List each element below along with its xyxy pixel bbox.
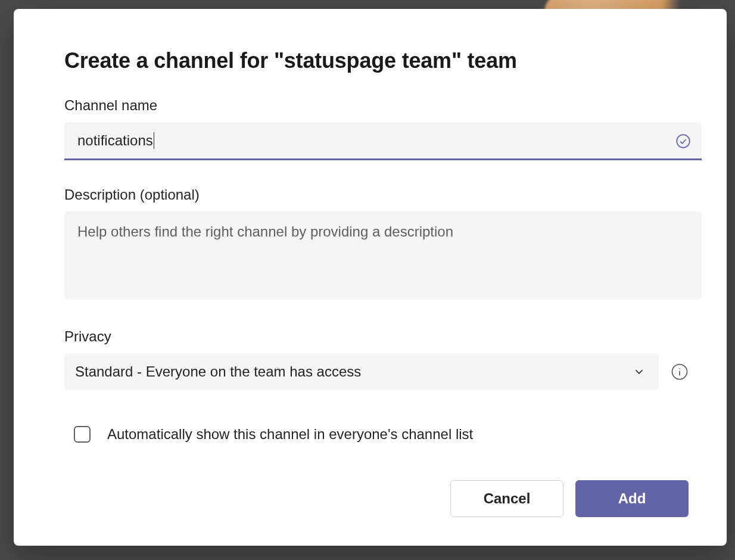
channel-name-value: notifications: [77, 132, 153, 149]
channel-name-field: Channel name notifications: [64, 97, 689, 160]
channel-name-input[interactable]: notifications: [64, 122, 702, 160]
add-button[interactable]: Add: [575, 480, 689, 517]
privacy-field: Privacy Standard - Everyone on the team …: [64, 328, 689, 390]
privacy-select[interactable]: Standard - Everyone on the team has acce…: [64, 353, 659, 390]
svg-point-0: [677, 135, 690, 148]
channel-name-label: Channel name: [64, 97, 689, 114]
auto-show-row: Automatically show this channel in every…: [74, 426, 689, 443]
dialog-title: Create a channel for "statuspage team" t…: [64, 48, 689, 73]
text-caret: [154, 132, 154, 149]
privacy-label: Privacy: [64, 328, 689, 345]
description-field: Description (optional): [64, 186, 689, 302]
checkmark-circle-icon: [675, 133, 691, 149]
svg-point-2: [679, 368, 680, 369]
dialog-footer: Cancel Add: [64, 480, 689, 517]
create-channel-dialog: Create a channel for "statuspage team" t…: [14, 9, 727, 546]
channel-name-input-wrap: notifications: [64, 122, 702, 160]
description-input[interactable]: [64, 211, 702, 300]
auto-show-label[interactable]: Automatically show this channel in every…: [107, 426, 473, 443]
auto-show-checkbox[interactable]: [74, 426, 91, 443]
privacy-row: Standard - Everyone on the team has acce…: [64, 353, 689, 390]
cancel-button[interactable]: Cancel: [450, 480, 563, 517]
description-label: Description (optional): [64, 186, 689, 203]
privacy-selected-value: Standard - Everyone on the team has acce…: [75, 363, 361, 380]
chevron-down-icon: [633, 365, 646, 378]
info-icon[interactable]: [671, 363, 689, 381]
